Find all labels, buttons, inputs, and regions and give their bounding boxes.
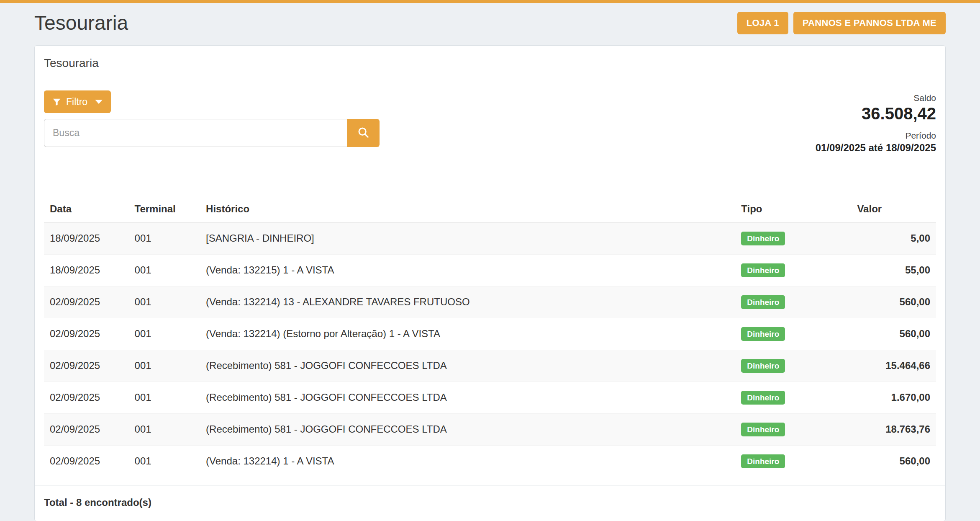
cell-valor: 560,00	[851, 445, 936, 477]
page: Tesouraria LOJA 1 PANNOS E PANNOS LTDA M…	[0, 3, 980, 521]
cell-terminal: 001	[129, 318, 200, 350]
cell-terminal: 001	[129, 254, 200, 286]
cell-valor: 560,00	[851, 318, 936, 350]
cell-valor: 5,00	[851, 222, 936, 254]
filter-button[interactable]: Filtro	[44, 90, 111, 113]
cell-terminal: 001	[129, 413, 200, 445]
company-button[interactable]: PANNOS E PANNOS LTDA ME	[793, 12, 946, 34]
table-row: 02/09/2025001(Recebimento) 581 - JOGGOFI…	[44, 382, 936, 413]
table-row: 18/09/2025001[SANGRIA - DINHEIRO]Dinheir…	[44, 222, 936, 254]
cell-terminal: 001	[129, 350, 200, 382]
cell-valor: 1.670,00	[851, 382, 936, 413]
search-group	[44, 119, 380, 147]
cell-terminal: 001	[129, 222, 200, 254]
store-button[interactable]: LOJA 1	[737, 12, 788, 34]
cell-data: 18/09/2025	[44, 222, 129, 254]
column-header-tipo: Tipo	[735, 196, 851, 223]
card-body: Filtro	[35, 81, 945, 485]
cell-terminal: 001	[129, 445, 200, 477]
funnel-icon	[52, 98, 61, 106]
filter-search-tools: Filtro	[44, 90, 380, 147]
tipo-badge: Dinheiro	[741, 327, 785, 341]
cell-tipo: Dinheiro	[735, 382, 851, 413]
table-row: 02/09/2025001(Venda: 132214) (Estorno po…	[44, 318, 936, 350]
tipo-badge: Dinheiro	[741, 295, 785, 309]
cell-historico: (Venda: 132214) 1 - A VISTA	[200, 445, 735, 477]
treasury-card: Tesouraria Filtro	[34, 45, 946, 521]
table-row: 02/09/2025001(Recebimento) 581 - JOGGOFI…	[44, 413, 936, 445]
cell-tipo: Dinheiro	[735, 413, 851, 445]
column-header-terminal: Terminal	[129, 196, 200, 223]
cell-data: 02/09/2025	[44, 350, 129, 382]
cell-tipo: Dinheiro	[735, 350, 851, 382]
cell-data: 18/09/2025	[44, 254, 129, 286]
search-button[interactable]	[347, 119, 380, 147]
table-header-row: Data Terminal Histórico Tipo Valor	[44, 196, 936, 223]
cell-data: 02/09/2025	[44, 318, 129, 350]
page-header: Tesouraria LOJA 1 PANNOS E PANNOS LTDA M…	[34, 3, 946, 34]
cell-terminal: 001	[129, 382, 200, 413]
tipo-badge: Dinheiro	[741, 454, 785, 468]
cell-historico: (Recebimento) 581 - JOGGOFI CONFECCOES L…	[200, 413, 735, 445]
filter-button-label: Filtro	[66, 96, 87, 108]
tipo-badge: Dinheiro	[741, 423, 785, 436]
periodo-label: Período	[816, 130, 936, 142]
card-title: Tesouraria	[35, 46, 945, 81]
search-icon	[357, 126, 369, 140]
tipo-badge: Dinheiro	[741, 232, 785, 245]
cell-tipo: Dinheiro	[735, 318, 851, 350]
top-accent-bar	[0, 0, 980, 3]
column-header-data: Data	[44, 196, 129, 223]
cell-historico: (Venda: 132215) 1 - A VISTA	[200, 254, 735, 286]
treasury-table: Data Terminal Histórico Tipo Valor 18/09…	[44, 196, 936, 477]
cell-data: 02/09/2025	[44, 286, 129, 318]
cell-valor: 15.464,66	[851, 350, 936, 382]
cell-valor: 560,00	[851, 286, 936, 318]
search-input[interactable]	[44, 119, 347, 147]
cell-historico: (Recebimento) 581 - JOGGOFI CONFECCOES L…	[200, 350, 735, 382]
cell-valor: 18.763,76	[851, 413, 936, 445]
cell-historico: [SANGRIA - DINHEIRO]	[200, 222, 735, 254]
cell-historico: (Venda: 132214) 13 - ALEXANDRE TAVARES F…	[200, 286, 735, 318]
cell-terminal: 001	[129, 286, 200, 318]
table-row: 18/09/2025001(Venda: 132215) 1 - A VISTA…	[44, 254, 936, 286]
cell-historico: (Recebimento) 581 - JOGGOFI CONFECCOES L…	[200, 382, 735, 413]
page-title: Tesouraria	[34, 11, 128, 34]
table-row: 02/09/2025001(Venda: 132214) 1 - A VISTA…	[44, 445, 936, 477]
table-row: 02/09/2025001(Recebimento) 581 - JOGGOFI…	[44, 350, 936, 382]
tipo-badge: Dinheiro	[741, 391, 785, 405]
saldo-value: 36.508,42	[816, 104, 936, 123]
cell-data: 02/09/2025	[44, 382, 129, 413]
tipo-badge: Dinheiro	[741, 263, 785, 277]
chevron-down-icon	[95, 100, 103, 104]
periodo-value: 01/09/2025 até 18/09/2025	[816, 142, 936, 154]
cell-data: 02/09/2025	[44, 445, 129, 477]
cell-tipo: Dinheiro	[735, 222, 851, 254]
balance-summary: Saldo 36.508,42 Período 01/09/2025 até 1…	[816, 90, 936, 154]
card-footer: Total - 8 encontrado(s)	[35, 485, 945, 521]
cell-data: 02/09/2025	[44, 413, 129, 445]
toolbar-row: Filtro	[44, 90, 936, 154]
treasury-table-body: 18/09/2025001[SANGRIA - DINHEIRO]Dinheir…	[44, 222, 936, 477]
cell-historico: (Venda: 132214) (Estorno por Alteração) …	[200, 318, 735, 350]
header-buttons: LOJA 1 PANNOS E PANNOS LTDA ME	[737, 12, 946, 34]
cell-tipo: Dinheiro	[735, 254, 851, 286]
column-header-historico: Histórico	[200, 196, 735, 223]
table-row: 02/09/2025001(Venda: 132214) 13 - ALEXAN…	[44, 286, 936, 318]
tipo-badge: Dinheiro	[741, 359, 785, 373]
cell-tipo: Dinheiro	[735, 286, 851, 318]
cell-valor: 55,00	[851, 254, 936, 286]
total-count: Total - 8 encontrado(s)	[44, 497, 151, 508]
cell-tipo: Dinheiro	[735, 445, 851, 477]
column-header-valor: Valor	[851, 196, 936, 223]
saldo-label: Saldo	[816, 92, 936, 104]
